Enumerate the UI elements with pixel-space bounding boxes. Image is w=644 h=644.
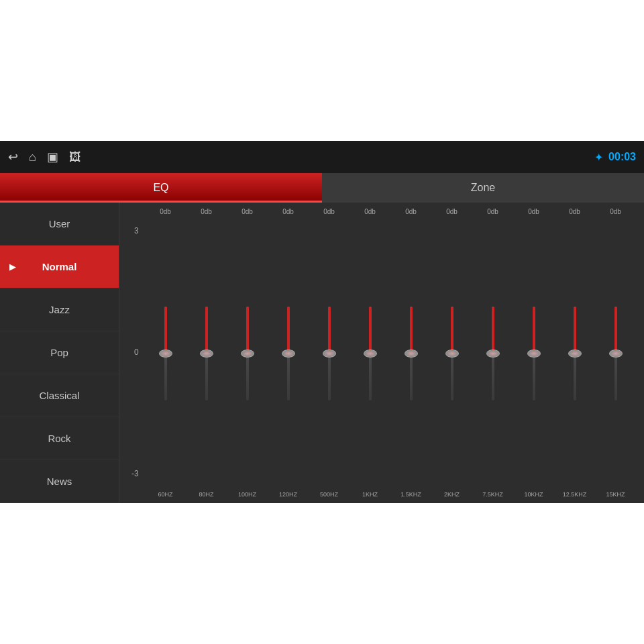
slider-thumb-10[interactable] (568, 350, 582, 358)
slider-column-15khz: 0db 15KHZ (595, 208, 636, 498)
clock-display: 00:03 (608, 151, 636, 163)
freq-label-7: 2KHZ (444, 491, 460, 498)
slider-column-12_5khz: 0db 12.5KHZ (554, 208, 595, 498)
tab-eq[interactable]: EQ (0, 173, 322, 203)
slider-thumb-8[interactable] (486, 350, 500, 358)
sidebar-item-normal[interactable]: ▶ Normal (0, 246, 119, 288)
sidebar-label-classical: Classical (39, 390, 79, 401)
slider-track-5 (369, 307, 372, 400)
tab-zone-label: Zone (471, 182, 495, 194)
slider-thumb-4[interactable] (323, 350, 336, 358)
slider-fill-8 (492, 307, 494, 354)
slider-fill-5 (369, 307, 372, 354)
tab-eq-label: EQ (153, 182, 168, 194)
sidebar-label-user: User (49, 218, 70, 229)
freq-label-10: 12.5KHZ (563, 491, 587, 498)
slider-column-120hz: 0db 120HZ (268, 208, 309, 498)
slider-track-container-4[interactable] (309, 218, 350, 488)
back-icon[interactable]: ↩ (8, 150, 18, 164)
slider-track-container-8[interactable] (472, 218, 513, 488)
db-label-4: 0db (323, 208, 335, 215)
slider-track-container-10[interactable] (554, 218, 595, 488)
slider-track-9 (533, 307, 535, 400)
slider-track-container-0[interactable] (145, 218, 186, 488)
sidebar-label-pop: Pop (50, 347, 68, 358)
slider-track-container-6[interactable] (390, 218, 431, 488)
slider-thumb-2[interactable] (241, 350, 254, 358)
slider-thumb-9[interactable] (527, 350, 541, 358)
sidebar-item-news[interactable]: News (0, 460, 119, 503)
slider-track-container-7[interactable] (431, 218, 472, 488)
slider-track-3 (287, 307, 290, 400)
slider-column-500hz: 0db 500HZ (309, 208, 350, 498)
sidebar: User ▶ Normal Jazz Pop Classical Rock Ne… (0, 203, 119, 503)
tab-bar: EQ Zone (0, 173, 644, 203)
slider-column-10khz: 0db 10KHZ (513, 208, 554, 498)
slider-thumb-5[interactable] (364, 350, 377, 358)
db-label-5: 0db (364, 208, 376, 215)
sidebar-item-pop[interactable]: Pop (0, 331, 119, 374)
slider-track-4 (328, 307, 331, 400)
slider-track-6 (410, 307, 413, 400)
eq-y-axis: 3 0 -3 (131, 227, 139, 478)
eq-panel: 3 0 -3 0db 60HZ 0db (119, 203, 644, 503)
sidebar-item-rock[interactable]: Rock (0, 417, 119, 460)
home-icon[interactable]: ⌂ (29, 150, 36, 164)
slider-track-0 (164, 307, 167, 400)
slider-thumb-11[interactable] (609, 350, 623, 358)
slider-track-10 (574, 307, 576, 400)
slider-thumb-3[interactable] (282, 350, 295, 358)
freq-label-8: 7.5KHZ (482, 491, 503, 498)
slider-thumb-0[interactable] (159, 350, 172, 358)
slider-track-container-3[interactable] (268, 218, 309, 488)
slider-track-container-1[interactable] (186, 218, 227, 488)
device-frame: ↩ ⌂ ▣ 🖼 ✦ 00:03 EQ Zone User ▶ Normal (0, 141, 644, 503)
slider-fill-6 (410, 307, 413, 354)
top-bar: ↩ ⌂ ▣ 🖼 ✦ 00:03 (0, 141, 644, 173)
slider-column-100hz: 0db 100HZ (227, 208, 268, 498)
slider-track-container-9[interactable] (513, 218, 554, 488)
main-content: User ▶ Normal Jazz Pop Classical Rock Ne… (0, 203, 644, 503)
sidebar-item-user[interactable]: User (0, 203, 119, 246)
sidebar-item-jazz[interactable]: Jazz (0, 288, 119, 331)
slider-track-11 (614, 307, 617, 400)
slider-track-container-2[interactable] (227, 218, 268, 488)
slider-column-1_5khz: 0db 1.5KHZ (390, 208, 431, 498)
freq-label-2: 100HZ (238, 491, 256, 498)
sidebar-label-normal: Normal (42, 261, 77, 272)
slider-track-1 (205, 307, 208, 400)
slider-thumb-1[interactable] (200, 350, 213, 358)
slider-fill-0 (164, 307, 167, 354)
y-label-neg3: -3 (131, 470, 139, 478)
tab-zone[interactable]: Zone (322, 173, 644, 203)
slider-track-container-5[interactable] (350, 218, 390, 488)
slider-column-7_5khz: 0db 7.5KHZ (472, 208, 513, 498)
slider-column-80hz: 0db 80HZ (186, 208, 227, 498)
slider-fill-11 (614, 307, 617, 354)
y-label-3: 3 (134, 227, 139, 235)
db-label-7: 0db (446, 208, 458, 215)
slider-track-7 (451, 307, 453, 400)
image-icon[interactable]: 🖼 (69, 150, 81, 164)
slider-column-1khz: 0db 1KHZ (350, 208, 390, 498)
slider-thumb-6[interactable] (405, 350, 418, 358)
slider-column-60hz: 0db 60HZ (145, 208, 186, 498)
slider-track-2 (246, 307, 249, 400)
nav-icons: ↩ ⌂ ▣ 🖼 (8, 150, 582, 164)
slider-fill-7 (451, 307, 453, 354)
freq-label-0: 60HZ (158, 491, 172, 498)
eq-sliders-area: 0db 60HZ 0db 80HZ 0db (145, 208, 636, 498)
sidebar-item-classical[interactable]: Classical (0, 374, 119, 417)
freq-label-6: 1.5KHZ (400, 491, 421, 498)
freq-label-5: 1KHZ (362, 491, 378, 498)
slider-track-container-11[interactable] (595, 218, 636, 488)
slider-thumb-7[interactable] (445, 350, 459, 358)
db-label-10: 0db (569, 208, 580, 215)
slider-track-8 (492, 307, 494, 400)
window-icon[interactable]: ▣ (47, 150, 58, 164)
y-label-0: 0 (134, 348, 139, 356)
freq-label-3: 120HZ (279, 491, 297, 498)
freq-label-1: 80HZ (199, 491, 213, 498)
freq-label-11: 15KHZ (606, 491, 625, 498)
sidebar-label-news: News (47, 476, 72, 487)
